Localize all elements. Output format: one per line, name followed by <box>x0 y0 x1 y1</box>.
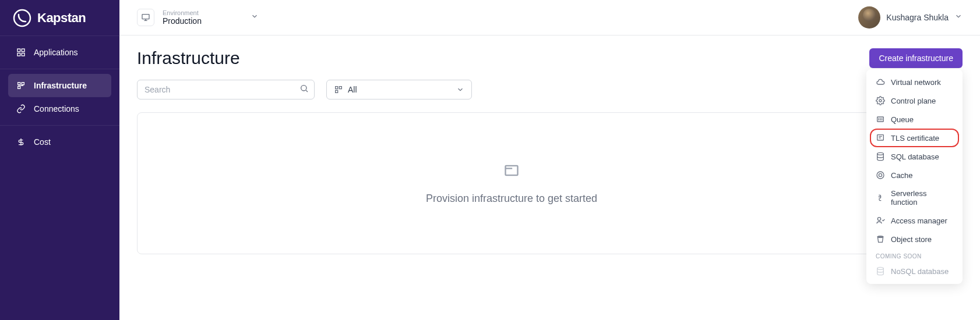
dropdown-item-label: Cache <box>891 171 913 180</box>
grid-icon <box>16 48 26 57</box>
search-wrapper <box>137 80 315 99</box>
environment-value: Production <box>163 16 202 26</box>
create-infrastructure-button[interactable]: Create infrastructure <box>869 48 963 68</box>
dropdown-item-queue[interactable]: Queue <box>870 110 959 129</box>
function-icon <box>876 193 885 202</box>
cloud-icon <box>876 77 885 87</box>
environment-label: Environment <box>163 9 202 16</box>
dropdown-item-label: Serverless function <box>891 189 953 207</box>
brand-logo[interactable]: Kapstan <box>0 0 119 35</box>
svg-rect-19 <box>336 87 338 89</box>
sidebar: Kapstan Applications Infrastructure Conn… <box>0 0 119 320</box>
page-title: Infrastructure <box>137 48 963 68</box>
dropdown-item-label: Object store <box>891 235 932 244</box>
empty-state-message: Provision infrastructure to get started <box>426 193 597 205</box>
svg-rect-20 <box>339 87 341 89</box>
svg-rect-21 <box>336 90 338 93</box>
monitor-icon <box>137 9 154 26</box>
search-input[interactable] <box>137 80 315 99</box>
avatar <box>858 6 880 29</box>
dollar-icon <box>16 137 26 147</box>
filter-select[interactable]: All <box>326 80 472 99</box>
sidebar-item-connections[interactable]: Connections <box>8 97 111 120</box>
chevron-down-icon <box>456 86 464 94</box>
dropdown-item-tls-certificate[interactable]: TLS certificate <box>870 129 959 147</box>
database-icon <box>876 266 885 276</box>
dropdown-item-serverless-function[interactable]: Serverless function <box>870 184 959 211</box>
dropdown-item-label: Virtual network <box>891 78 941 87</box>
svg-rect-5 <box>18 83 20 85</box>
dropdown-item-access-manager[interactable]: Access manager <box>870 211 959 230</box>
filter-value: All <box>348 85 357 94</box>
sidebar-item-label: Infrastructure <box>34 81 87 90</box>
svg-point-15 <box>877 218 880 221</box>
chevron-down-icon <box>251 12 259 23</box>
database-icon <box>876 152 885 161</box>
dropdown-item-label: TLS certificate <box>891 134 939 143</box>
dropdown-item-label: SQL database <box>891 152 939 161</box>
svg-rect-3 <box>17 53 20 56</box>
topbar: Environment Production Kushagra Shukla <box>119 0 980 35</box>
svg-point-0 <box>14 10 30 26</box>
svg-rect-22 <box>506 165 518 175</box>
dropdown-item-label: NoSQL database <box>891 267 949 276</box>
sidebar-item-label: Applications <box>34 48 78 57</box>
bucket-icon <box>876 234 885 244</box>
svg-rect-2 <box>22 49 24 52</box>
svg-rect-1 <box>17 49 20 52</box>
dropdown-item-label: Queue <box>891 115 914 124</box>
link-icon <box>16 104 26 113</box>
gear-icon <box>876 96 885 105</box>
chevron-down-icon <box>954 12 963 23</box>
dropdown-item-label: Control plane <box>891 97 936 105</box>
svg-point-9 <box>879 99 882 102</box>
dropdown-item-control-plane[interactable]: Control plane <box>870 91 959 110</box>
dropdown-item-sql-database[interactable]: SQL database <box>870 147 959 166</box>
empty-state-card: Provision infrastructure to get started <box>137 112 886 254</box>
svg-point-14 <box>879 173 882 176</box>
dropdown-item-cache[interactable]: Cache <box>870 166 959 184</box>
dropdown-section-header: COMING SOON <box>870 248 959 262</box>
svg-rect-8 <box>142 15 149 19</box>
user-menu[interactable]: Kushagra Shukla <box>858 6 963 29</box>
dropdown-item-label: Access manager <box>891 216 947 225</box>
svg-point-17 <box>877 267 884 269</box>
svg-point-13 <box>877 172 884 179</box>
environment-selector[interactable]: Environment Production <box>137 9 259 26</box>
dropdown-item-object-store[interactable]: Object store <box>870 230 959 248</box>
svg-rect-6 <box>22 83 24 85</box>
sidebar-item-label: Connections <box>34 104 79 113</box>
cache-icon <box>876 170 885 180</box>
sidebar-item-label: Cost <box>34 137 51 147</box>
sidebar-item-infrastructure[interactable]: Infrastructure <box>8 74 111 97</box>
svg-point-12 <box>877 152 884 155</box>
dropdown-item-virtual-network[interactable]: Virtual network <box>870 73 959 91</box>
tab-icon <box>503 162 520 181</box>
create-infrastructure-dropdown: Virtual network Control plane Queue TLS … <box>866 69 963 284</box>
svg-rect-7 <box>18 86 20 88</box>
svg-rect-4 <box>22 53 24 56</box>
dropdown-item-nosql-database: NoSQL database <box>870 262 959 280</box>
logo-icon <box>13 9 31 27</box>
infrastructure-icon <box>334 85 343 94</box>
queue-icon <box>876 115 885 124</box>
sidebar-item-applications[interactable]: Applications <box>8 41 111 64</box>
sidebar-item-cost[interactable]: Cost <box>8 130 111 154</box>
user-check-icon <box>876 216 885 225</box>
logo-text: Kapstan <box>37 10 86 26</box>
controls-row: All <box>137 80 963 99</box>
certificate-icon <box>876 133 885 143</box>
infrastructure-icon <box>16 81 26 90</box>
user-name: Kushagra Shukla <box>886 13 949 22</box>
content-area: Infrastructure Create infrastructure Vir… <box>119 35 980 320</box>
main-content: Environment Production Kushagra Shukla I… <box>119 0 980 320</box>
